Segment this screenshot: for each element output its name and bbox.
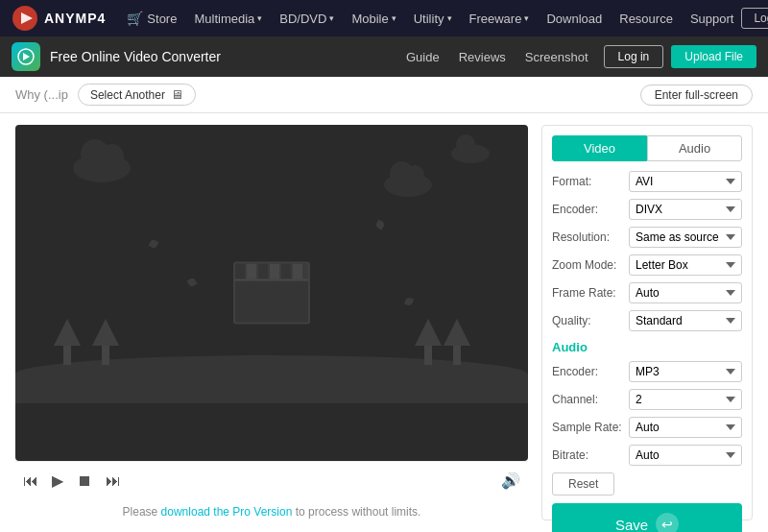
encoder-select[interactable]: DIVX [629,199,742,220]
brand[interactable]: ANYMP4 [12,5,106,32]
bitrate-label: Bitrate: [552,448,629,462]
tree-top [415,319,442,346]
footer-note: Please download the Pro Version to proce… [15,499,528,520]
nav-items: 🛒 Store Multimedia ▾ BD/DVD ▾ Mobile ▾ U… [119,7,741,30]
nav-label-mobile: Mobile [351,12,388,26]
channel-label: Channel: [552,393,629,406]
nav-link-screenshot[interactable]: Screenshot [525,50,588,64]
settings-panel: Video Audio Format: AVI Encoder: DIVX Re… [541,125,753,520]
reset-button[interactable]: Reset [552,472,614,496]
zoommode-label: Zoom Mode: [552,258,629,272]
app-title: Free Online Video Converter [50,49,406,64]
video-bg-scene [15,125,528,461]
save-icon: ↩ [656,513,679,532]
save-button[interactable]: Save ↩ [552,503,742,532]
clapper-top [235,264,308,281]
store-icon: 🛒 [127,11,143,26]
clapperboard-icon [233,262,310,325]
resolution-select[interactable]: Same as source [629,227,742,248]
settings-tabs: Video Audio [552,135,742,161]
tab-video[interactable]: Video [552,135,647,161]
leaf-decoration [149,239,159,250]
nav-link-reviews[interactable]: Reviews [459,50,506,64]
framerate-select[interactable]: Auto [629,282,742,303]
bitrate-select[interactable]: Auto [629,445,742,466]
select-another-label: Select Another [90,88,165,102]
tree-top [54,319,81,346]
nav-item-resource[interactable]: Resource [612,8,681,30]
stop-button[interactable]: ⏹ [75,471,94,492]
setting-row-resolution: Resolution: Same as source [552,227,742,248]
nav-item-bddvd[interactable]: BD/DVD ▾ [272,8,342,30]
quality-select[interactable]: Standard [629,310,742,331]
select-another-button[interactable]: Select Another 🖥 [78,84,196,106]
nav-item-store[interactable]: 🛒 Store [119,7,184,30]
nav-label-utility: Utility [414,12,444,26]
video-player [15,125,528,461]
video-section: ⏮ ▶ ⏹ ⏭ 🔊 Please download the Pro Versio… [15,125,528,520]
resolution-label: Resolution: [552,230,629,244]
save-label: Save [615,517,648,533]
player-controls: ⏮ ▶ ⏹ ⏭ 🔊 [15,461,528,499]
nav-label-download: Download [546,12,602,26]
nav-label-support: Support [690,12,734,26]
fullscreen-button[interactable]: Enter full-screen [640,85,753,106]
nav-label-freeware: Freeware [469,12,522,26]
login-button[interactable]: Login [741,8,768,29]
pro-version-link[interactable]: download the Pro Version [161,505,293,519]
forward-button[interactable]: ⏭ [104,471,123,492]
footer-note-text: Please [123,505,161,519]
brand-name: ANYMP4 [44,11,106,26]
leaf-decoration [404,297,414,306]
setting-row-audio-encoder: Encoder: MP3 [552,361,742,382]
cloud-decoration [384,173,432,197]
setting-row-format: Format: AVI [552,171,742,192]
leaf-decoration [375,220,386,230]
tree-trunk [102,346,109,365]
nav-item-download[interactable]: Download [539,8,610,30]
nav-link-guide[interactable]: Guide [406,50,440,64]
nav-item-multimedia[interactable]: Multimedia ▾ [186,8,270,30]
zoommode-select[interactable]: Letter Box [629,254,742,276]
nav-label-resource: Resource [619,12,673,26]
log-in-button[interactable]: Log in [604,45,664,68]
tree-trunk [424,346,432,365]
samplerate-select[interactable]: Auto [629,417,742,438]
tree-decoration [415,319,442,365]
chevron-down-icon: ▾ [447,13,452,23]
second-nav: Free Online Video Converter Guide Review… [0,36,768,77]
setting-row-zoommode: Zoom Mode: Letter Box [552,254,742,276]
rewind-button[interactable]: ⏮ [21,471,40,492]
setting-row-samplerate: Sample Rate: Auto [552,417,742,438]
setting-row-channel: Channel: 2 [552,389,742,410]
play-button[interactable]: ▶ [50,470,65,492]
encoder-label: Encoder: [552,203,629,216]
tree-decoration [54,319,81,365]
nav-label-bddvd: BD/DVD [279,12,326,26]
second-nav-links: Guide Reviews Screenshot [406,50,588,64]
audio-encoder-select[interactable]: MP3 [629,361,742,382]
audio-encoder-label: Encoder: [552,365,629,378]
format-select[interactable]: AVI [629,171,742,192]
monitor-icon: 🖥 [171,87,183,102]
converter-icon [17,48,35,65]
samplerate-label: Sample Rate: [552,421,629,434]
upload-file-button[interactable]: Upload File [671,45,756,68]
toolbar: Why (...ip Select Another 🖥 Enter full-s… [0,77,768,113]
volume-button[interactable]: 🔊 [499,470,522,492]
tab-audio[interactable]: Audio [647,135,742,161]
nav-item-support[interactable]: Support [683,8,742,30]
why-text: Why (...ip [15,87,68,102]
nav-item-utility[interactable]: Utility ▾ [406,8,460,30]
channel-select[interactable]: 2 [629,389,742,410]
tree-top [92,319,119,346]
top-nav: ANYMP4 🛒 Store Multimedia ▾ BD/DVD ▾ Mob… [0,0,768,36]
setting-row-quality: Quality: Standard [552,310,742,331]
nav-item-freeware[interactable]: Freeware ▾ [462,8,538,30]
tree-trunk [63,346,71,365]
nav-item-mobile[interactable]: Mobile ▾ [344,8,403,30]
tree-decoration [444,319,470,365]
app-icon [12,42,40,71]
main-content: ⏮ ▶ ⏹ ⏭ 🔊 Please download the Pro Versio… [0,113,768,532]
setting-row-bitrate: Bitrate: Auto [552,445,742,466]
